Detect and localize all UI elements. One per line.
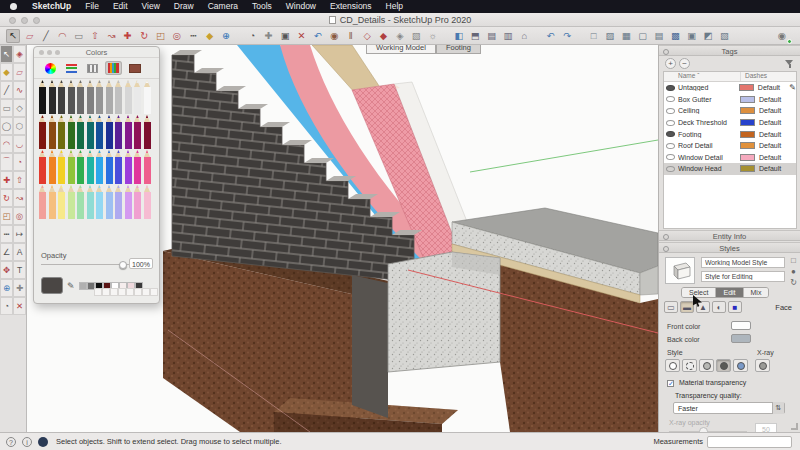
tags-panel-header[interactable]: Tags <box>659 45 800 56</box>
pencil-swatch[interactable] <box>49 192 56 219</box>
front-color-swatch[interactable] <box>731 321 751 330</box>
account-avatar[interactable]: ◉ <box>774 29 790 43</box>
pencil-swatch[interactable] <box>106 157 113 184</box>
styles-tab-select[interactable]: Select <box>682 288 716 297</box>
pencil-swatch[interactable] <box>68 87 75 114</box>
palette-3d-text-tool[interactable]: T <box>13 261 26 279</box>
palette-make-component-tool[interactable]: ◈ <box>13 45 26 63</box>
followme-tool[interactable]: ↝ <box>104 29 118 43</box>
tag-color-chip[interactable] <box>740 154 755 161</box>
section-plane-tool[interactable]: ◇ <box>360 29 374 43</box>
empty-swatch-well[interactable] <box>126 288 134 296</box>
styles-tab-edit[interactable]: Edit <box>716 288 743 297</box>
undo-button[interactable]: ↶ <box>544 29 558 43</box>
monochrome-style-button[interactable]: ▣ <box>685 29 699 43</box>
home-view-button[interactable]: ⌂ <box>517 29 531 43</box>
tag-row-untagged[interactable]: UntaggedDefault✎ <box>664 82 796 94</box>
tag-dashes-value[interactable]: Default <box>759 131 789 138</box>
remove-tag-button[interactable]: − <box>679 58 690 69</box>
tag-color-chip[interactable] <box>739 84 754 91</box>
pencil-swatch[interactable] <box>144 87 151 114</box>
palette-pushpull-tool[interactable]: ⇧ <box>13 171 26 189</box>
pencil-swatch[interactable] <box>144 122 151 149</box>
tags-collapse-icon[interactable] <box>663 49 669 55</box>
empty-swatch-well[interactable] <box>102 288 110 296</box>
select-tool[interactable]: ↖ <box>6 29 20 43</box>
entity-info-collapse-icon[interactable] <box>663 234 669 240</box>
pencil-swatch[interactable] <box>68 192 75 219</box>
menu-help[interactable]: Help <box>379 0 410 13</box>
pencil-swatch[interactable] <box>106 192 113 219</box>
pencil-swatch[interactable] <box>96 87 103 114</box>
tag-color-chip[interactable] <box>740 165 755 172</box>
empty-swatch-well[interactable] <box>150 288 158 296</box>
palette-arc-tool[interactable]: ◠ <box>0 135 13 153</box>
pencil-swatch[interactable] <box>96 157 103 184</box>
visibility-eye-icon[interactable] <box>666 120 675 126</box>
visibility-eye-icon[interactable] <box>666 143 675 149</box>
pencil-swatch[interactable] <box>87 87 94 114</box>
rectangle-tool[interactable]: ▭ <box>72 29 86 43</box>
rotate-tool[interactable]: ↻ <box>137 29 151 43</box>
palette-line-tool[interactable]: ╱ <box>0 81 13 99</box>
pencil-swatch[interactable] <box>96 122 103 149</box>
style-lock-icon[interactable]: □ <box>789 256 798 265</box>
menu-window[interactable]: Window <box>279 0 323 13</box>
pencil-swatch[interactable] <box>58 87 65 114</box>
panel-resize-grip[interactable] <box>791 423 798 430</box>
palette-rotate-tool[interactable]: ↻ <box>0 189 13 207</box>
tag-row-box-gutter[interactable]: Box GutterDefault <box>664 94 796 106</box>
empty-swatch-well[interactable] <box>118 288 126 296</box>
filter-icon[interactable] <box>785 59 794 68</box>
face-settings-button[interactable]: ▬ <box>680 301 694 313</box>
zoom-window-tool[interactable]: ▣ <box>278 29 292 43</box>
transparency-quality-select[interactable]: Faster ⇅ <box>673 402 785 414</box>
visibility-eye-icon[interactable] <box>666 96 675 102</box>
menu-draw[interactable]: Draw <box>167 0 201 13</box>
tag-row-footing[interactable]: FootingDefault <box>664 128 796 140</box>
pencil-swatch[interactable] <box>125 157 132 184</box>
watermark-settings-button[interactable]: ◐ <box>712 301 726 313</box>
palette-dimension-tool[interactable]: ↦ <box>13 225 26 243</box>
scene-tab-working-model[interactable]: Working Model <box>366 45 436 54</box>
tag-color-chip[interactable] <box>740 96 755 103</box>
palette-freehand-tool[interactable]: ∿ <box>13 81 26 99</box>
pencil-swatch[interactable] <box>87 157 94 184</box>
opacity-slider[interactable] <box>41 264 129 265</box>
style-description-field[interactable] <box>701 271 785 282</box>
pencil-swatch[interactable] <box>39 157 46 184</box>
color-palette-tab[interactable] <box>84 61 101 75</box>
palette-select-tool[interactable]: ↖ <box>0 45 13 63</box>
palette-axes-tool[interactable]: ✥ <box>0 261 13 279</box>
tag-color-chip[interactable] <box>740 131 755 138</box>
shaded-style-button[interactable]: ▤ <box>652 29 666 43</box>
pencil-swatch[interactable] <box>115 192 122 219</box>
hiddenline-face-button[interactable] <box>682 359 697 372</box>
shadows-style-button[interactable]: ◩ <box>701 29 715 43</box>
palette-zoom-extents-tool[interactable]: ✕ <box>13 297 26 315</box>
tag-dashes-value[interactable]: Default <box>759 165 789 172</box>
wireframe-face-button[interactable] <box>665 359 680 372</box>
pencil-swatch[interactable] <box>39 87 46 114</box>
shaded-textures-face-button[interactable] <box>716 359 731 372</box>
colors-zoom-button[interactable] <box>55 50 60 55</box>
visibility-eye-icon[interactable] <box>666 131 675 137</box>
pencil-swatch[interactable] <box>106 122 113 149</box>
menu-file[interactable]: File <box>78 0 106 13</box>
empty-swatch-well[interactable] <box>94 288 102 296</box>
pencil-swatch[interactable] <box>68 157 75 184</box>
colors-close-button[interactable] <box>39 50 44 55</box>
pencil-swatch[interactable] <box>58 157 65 184</box>
pencil-swatch[interactable] <box>77 122 84 149</box>
tag-color-chip[interactable] <box>740 119 755 126</box>
tag-color-chip[interactable] <box>740 142 755 149</box>
styles-panel-header[interactable]: Styles <box>659 242 800 253</box>
tag-dashes-value[interactable]: Default <box>759 142 789 149</box>
palette-three-point-arc-tool[interactable]: ⌒ <box>0 153 13 171</box>
look-around-tool[interactable]: ◉ <box>327 29 341 43</box>
pencil-swatch[interactable] <box>77 192 84 219</box>
eraser-tool[interactable]: ▱ <box>23 29 37 43</box>
tag-row-window-head[interactable]: Window HeadDefault <box>664 163 796 175</box>
pan-tool[interactable]: ✚ <box>262 29 276 43</box>
menu-camera[interactable]: Camera <box>201 0 245 13</box>
